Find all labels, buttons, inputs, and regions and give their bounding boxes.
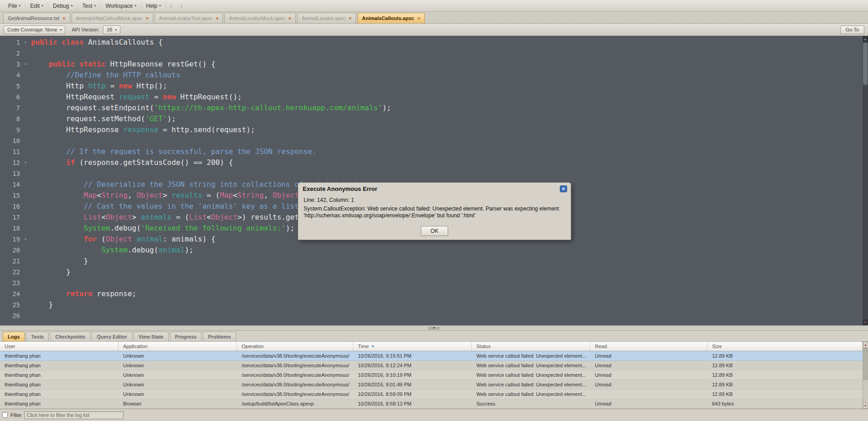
tab-animallocatormock-apxc[interactable]: AnimalLocatorMock.apxc× — [224, 13, 295, 23]
chevron-down-icon: ▾ — [94, 4, 96, 8]
fold-icon[interactable]: ▾ — [20, 59, 31, 70]
panel-tab-view-state[interactable]: View State — [134, 332, 169, 341]
table-row[interactable]: thienthang phanBrowser/setup/build/listA… — [0, 399, 863, 409]
tab-close-icon[interactable]: × — [349, 16, 351, 21]
dialog-close-icon[interactable]: × — [560, 185, 567, 192]
log-table-body: thienthang phanUnknown/services/data/v38… — [0, 351, 868, 409]
menu-item-debug[interactable]: Debug▾ — [48, 1, 78, 11]
tab-label: AnimalsHttpCalloutMock.apxc — [76, 15, 143, 21]
tab-close-icon[interactable]: × — [146, 16, 149, 21]
api-version-select[interactable]: 38 ▾ — [103, 26, 120, 34]
code-coverage-label: Code Coverage: None — [7, 27, 57, 32]
menu-item-file[interactable]: File▾ — [4, 1, 26, 11]
ok-button[interactable]: OK — [421, 226, 448, 236]
tab-close-icon[interactable]: × — [417, 16, 420, 21]
fold-icon[interactable]: ▾ — [20, 157, 31, 168]
tab-close-icon[interactable]: × — [288, 16, 291, 21]
tab-animallocatortest-apxc[interactable]: AnimalLocatorTest.apxc× — [155, 13, 223, 23]
column-header-read[interactable]: Read — [590, 342, 708, 351]
nav-forward-icon[interactable]: › — [181, 2, 183, 10]
filter-checkbox[interactable] — [2, 412, 8, 418]
table-cell: 10/26/2016, 8:58:13 PM — [353, 399, 472, 408]
scroll-down-icon[interactable]: ▼ — [863, 403, 868, 409]
code-line: 25 } — [0, 299, 863, 310]
table-row[interactable]: thienthang phanUnknown/services/data/v38… — [0, 380, 863, 390]
gutter-spacer — [20, 256, 31, 267]
tab-label: AnimalLocatorTest.apxc — [159, 15, 212, 21]
code-editor[interactable]: 1▾public class AnimalsCallouts {23▾ publ… — [0, 36, 863, 325]
column-header-size[interactable]: Size — [708, 342, 863, 351]
column-header-user[interactable]: User — [0, 342, 119, 351]
panel-tab-problems[interactable]: Problems — [203, 332, 236, 341]
log-scrollbar-thumb[interactable] — [863, 348, 868, 380]
column-header-time[interactable]: Time▼ — [353, 342, 472, 351]
code-coverage-dropdown[interactable]: Code Coverage: None ▾ — [4, 26, 65, 34]
fold-icon[interactable]: ▾ — [20, 234, 31, 245]
table-cell: /services/data/v38.0/tooling/executeAnon… — [237, 380, 353, 389]
gutter-spacer — [20, 168, 31, 179]
tab-close-icon[interactable]: × — [216, 16, 218, 21]
column-label: Size — [712, 342, 722, 351]
line-number: 24 — [0, 288, 20, 299]
panel-tab-checkpoints[interactable]: Checkpoints — [50, 332, 90, 341]
panel-tab-progress[interactable]: Progress — [170, 332, 202, 341]
panel-tab-logs[interactable]: Logs — [3, 332, 25, 341]
gutter-spacer — [20, 201, 31, 212]
code-line: 6 HttpRequest request = new HttpRequest(… — [0, 92, 863, 103]
line-number: 3 — [0, 59, 20, 70]
tab-animallocator-apxc[interactable]: AnimalLocator.apxc× — [297, 13, 356, 23]
file-tab-bar: GetAnimalResource.txt×AnimalsHttpCallout… — [0, 12, 868, 24]
tab-label: GetAnimalResource.txt — [8, 15, 59, 21]
table-cell: Unknown — [119, 370, 237, 380]
column-label: Read — [595, 342, 607, 351]
tab-close-icon[interactable]: × — [62, 16, 65, 21]
tab-getanimalresource-txt[interactable]: GetAnimalResource.txt× — [3, 13, 70, 23]
panel-tab-tests[interactable]: Tests — [26, 332, 49, 341]
log-vscrollbar[interactable]: ▲ ▼ — [863, 342, 868, 409]
fold-icon[interactable]: ▾ — [20, 37, 31, 48]
nav-back-icon[interactable]: ‹ — [170, 2, 172, 10]
column-header-operation[interactable]: Operation — [237, 342, 353, 351]
splitter[interactable]: ▼ — [0, 325, 868, 331]
scroll-down-icon[interactable]: ▼ — [863, 319, 868, 325]
column-label: Operation — [242, 342, 264, 351]
panel-tab-query-editor[interactable]: Query Editor — [92, 332, 132, 341]
dialog-error-message: System.CalloutException: Web service cal… — [304, 205, 565, 219]
panel-tab-label: Problems — [208, 334, 231, 339]
splitter-handle[interactable]: ▼ — [428, 327, 440, 330]
panel-tab-label: Checkpoints — [55, 334, 85, 339]
tab-animalshttpcalloutmock-apxc[interactable]: AnimalsHttpCalloutMock.apxc× — [72, 13, 154, 23]
scroll-up-icon[interactable]: ▲ — [863, 342, 868, 348]
table-cell: thienthang phan — [0, 399, 119, 408]
table-row[interactable]: thienthang phanUnknown/services/data/v38… — [0, 370, 863, 380]
filter-input[interactable] — [24, 411, 124, 419]
menu-label: Test — [82, 3, 92, 9]
table-row[interactable]: thienthang phanUnknown/services/data/v38… — [0, 390, 863, 399]
table-cell: Unread — [590, 380, 708, 389]
editor-scrollbar-thumb[interactable] — [863, 43, 868, 85]
line-number: 20 — [0, 245, 20, 256]
goto-button[interactable]: Go To — [840, 26, 864, 34]
menu-item-help[interactable]: Help▾ — [141, 1, 166, 11]
code-text: public static HttpResponse restGet() { — [31, 59, 216, 70]
column-header-status[interactable]: Status — [472, 342, 590, 351]
column-header-application[interactable]: Application — [119, 342, 237, 351]
tab-animalscallouts-apxc[interactable]: AnimalsCallouts.apxc× — [357, 13, 425, 23]
table-cell: 10/26/2016, 9:10:19 PM — [353, 370, 472, 380]
menu-label: Edit — [30, 3, 40, 9]
table-row[interactable]: thienthang phanUnknown/services/data/v38… — [0, 361, 863, 370]
menu-item-edit[interactable]: Edit▾ — [26, 1, 48, 11]
gutter-spacer — [20, 92, 31, 103]
scroll-up-icon[interactable]: ▲ — [863, 36, 868, 42]
menu-item-test[interactable]: Test▾ — [78, 1, 101, 11]
code-line: 10 — [0, 135, 863, 146]
code-line: 20 System.debug(animal); — [0, 245, 863, 256]
menu-item-workspace[interactable]: Workspace▾ — [101, 1, 141, 11]
panel-tab-label: Progress — [175, 334, 197, 339]
code-text: return response; — [31, 288, 136, 299]
gutter-spacer — [20, 81, 31, 92]
gutter-spacer — [20, 223, 31, 234]
editor-vscrollbar[interactable]: ▲ ▼ — [863, 36, 868, 325]
table-row[interactable]: thienthang phanUnknown/services/data/v38… — [0, 351, 863, 361]
gutter-spacer — [20, 103, 31, 113]
